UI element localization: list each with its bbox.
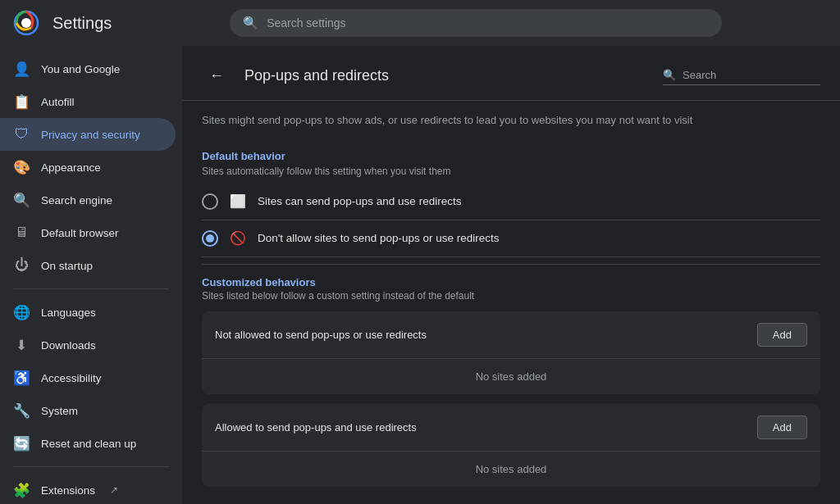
sidebar-label-appearance: Appearance <box>41 161 101 174</box>
content-search-input[interactable] <box>682 69 820 81</box>
sidebar-label-system: System <box>41 405 78 417</box>
sidebar-item-reset-and-clean-up[interactable]: 🔄Reset and clean up <box>0 427 176 460</box>
sidebar-label-on-startup: On startup <box>41 260 93 272</box>
allowed-empty: No sites added <box>202 452 820 487</box>
sidebar: 👤You and Google📋Autofill🛡Privacy and sec… <box>0 46 182 504</box>
autofill-icon: 📋 <box>13 93 30 110</box>
topbar-search-input[interactable] <box>267 16 709 30</box>
topbar: Settings 🔍 <box>0 0 840 46</box>
sidebar-item-privacy-and-security[interactable]: 🛡Privacy and security <box>0 118 176 151</box>
content-body: Sites might send pop-ups to show ads, or… <box>182 101 840 504</box>
sidebar-item-appearance[interactable]: 🎨Appearance <box>0 151 176 184</box>
sidebar-divider-1 <box>13 288 169 289</box>
sidebar-label-extensions: Extensions <box>41 484 95 497</box>
sidebar-label-default-browser: Default browser <box>41 227 119 239</box>
customized-behaviors-title: Customized behaviors <box>202 276 474 288</box>
you-and-google-icon: 👤 <box>13 61 30 77</box>
sidebar-label-search-engine: Search engine <box>41 194 112 207</box>
content-area: ← Pop-ups and redirects 🔍 Sites might se… <box>182 46 840 504</box>
downloads-icon: ⬇ <box>13 337 30 353</box>
popup-block-icon: 🚫 <box>230 230 246 246</box>
main-layout: 👤You and Google📋Autofill🛡Privacy and sec… <box>0 46 840 504</box>
option-allow-label: Sites can send pop-ups and use redirects <box>258 195 461 207</box>
sidebar-label-privacy-and-security: Privacy and security <box>41 129 140 141</box>
not-allowed-add-button[interactable]: Add <box>757 323 807 347</box>
topbar-title: Settings <box>52 14 112 33</box>
not-allowed-title: Not allowed to send pop-ups or use redir… <box>215 329 427 341</box>
customized-behaviors-section: Customized behaviors Sites listed below … <box>202 264 820 487</box>
option-block[interactable]: 🚫 Don't allow sites to send pop-ups or u… <box>202 220 820 257</box>
sidebar-item-autofill[interactable]: 📋Autofill <box>0 85 176 118</box>
sidebar-item-you-and-google[interactable]: 👤You and Google <box>0 52 176 85</box>
privacy-and-security-icon: 🛡 <box>13 126 30 143</box>
on-startup-icon: ⏻ <box>13 257 30 274</box>
sidebar-label-reset-and-clean-up: Reset and clean up <box>41 438 136 450</box>
sidebar-item-on-startup[interactable]: ⏻On startup <box>0 249 176 282</box>
not-allowed-header: Not allowed to send pop-ups or use redir… <box>202 311 820 359</box>
search-engine-icon: 🔍 <box>13 192 30 208</box>
chrome-logo <box>13 10 39 36</box>
content-header-search-box[interactable]: 🔍 <box>663 66 820 85</box>
allowed-add-button[interactable]: Add <box>757 415 807 439</box>
customized-behaviors-header: Customized behaviors Sites listed below … <box>202 264 820 305</box>
allowed-title: Allowed to send pop-ups and use redirect… <box>215 421 417 434</box>
popup-allow-icon: ⬜ <box>230 193 246 209</box>
radio-block[interactable] <box>202 230 218 247</box>
sidebar-item-languages[interactable]: 🌐Languages <box>0 296 176 329</box>
sidebar-label-downloads: Downloads <box>41 339 96 352</box>
default-browser-icon: 🖥 <box>13 225 30 241</box>
sidebar-item-downloads[interactable]: ⬇Downloads <box>0 329 176 361</box>
reset-and-clean-up-icon: 🔄 <box>13 435 30 452</box>
svg-point-1 <box>21 18 31 28</box>
radio-block-inner <box>206 234 214 243</box>
sidebar-item-system[interactable]: 🔧System <box>0 394 176 427</box>
customized-behaviors-sub: Sites listed below follow a custom setti… <box>202 290 474 302</box>
system-icon: 🔧 <box>13 402 30 419</box>
languages-icon: 🌐 <box>13 304 30 320</box>
not-allowed-empty: No sites added <box>202 359 820 394</box>
topbar-search-box[interactable]: 🔍 <box>230 9 722 37</box>
accessibility-icon: ♿ <box>13 370 30 386</box>
back-button[interactable]: ← <box>202 61 231 90</box>
appearance-icon: 🎨 <box>13 159 30 175</box>
allowed-subsection: Allowed to send pop-ups and use redirect… <box>202 404 820 487</box>
default-behavior-sub: Sites automatically follow this setting … <box>202 166 820 184</box>
sidebar-item-extensions[interactable]: 🧩Extensions↗ <box>0 474 176 504</box>
sidebar-label-autofill: Autofill <box>41 96 75 108</box>
option-block-label: Don't allow sites to send pop-ups or use… <box>258 232 499 244</box>
customized-behaviors-header-left: Customized behaviors Sites listed below … <box>202 276 474 302</box>
search-icon-small: 🔍 <box>663 69 676 81</box>
option-allow[interactable]: ⬜ Sites can send pop-ups and use redirec… <box>202 184 820 220</box>
page-title: Pop-ups and redirects <box>244 67 650 84</box>
external-link-icon: ↗ <box>110 484 118 496</box>
sidebar-label-languages: Languages <box>41 306 96 319</box>
not-allowed-subsection: Not allowed to send pop-ups or use redir… <box>202 311 820 394</box>
search-icon: 🔍 <box>243 16 258 30</box>
sidebar-label-accessibility: Accessibility <box>41 372 102 384</box>
content-header: ← Pop-ups and redirects 🔍 <box>182 46 840 101</box>
sidebar-divider-2 <box>13 466 169 467</box>
sidebar-item-search-engine[interactable]: 🔍Search engine <box>0 184 176 216</box>
extensions-icon: 🧩 <box>13 482 30 498</box>
sidebar-label-you-and-google: You and Google <box>41 63 120 75</box>
radio-allow[interactable] <box>202 193 218 210</box>
sidebar-item-accessibility[interactable]: ♿Accessibility <box>0 361 176 394</box>
default-behavior-title: Default behavior <box>202 137 820 166</box>
allowed-header: Allowed to send pop-ups and use redirect… <box>202 404 820 452</box>
page-description: Sites might send pop-ups to show ads, or… <box>202 101 820 137</box>
sidebar-item-default-browser[interactable]: 🖥Default browser <box>0 216 176 249</box>
